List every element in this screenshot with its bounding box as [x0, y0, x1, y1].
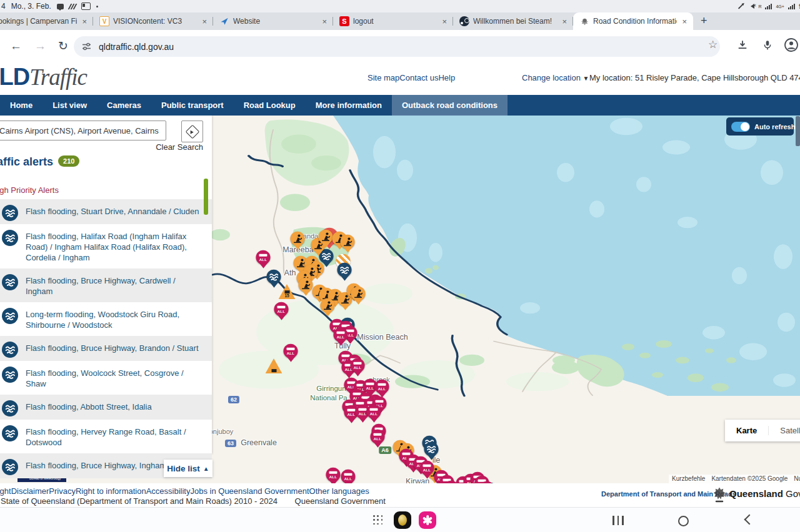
nav-item[interactable]: Home	[0, 95, 42, 116]
flood-alert-icon	[2, 274, 18, 290]
directions-button[interactable]	[181, 121, 203, 142]
tab-road-conditions-active[interactable]: Road Condition Information ×	[573, 12, 693, 30]
profile-avatar-icon[interactable]	[784, 37, 799, 52]
forward-button[interactable]: →	[34, 39, 46, 54]
nav-item[interactable]: More information	[306, 95, 392, 116]
nav-item[interactable]: Cameras	[97, 95, 151, 116]
alert-list-item[interactable]: Long-term flooding, Ayr Dalbeg Road / Hi…	[0, 478, 212, 483]
alert-list-item[interactable]: Flash flooding, Stuart Drive, Annandale …	[0, 199, 212, 224]
map-marker[interactable]: ALL ★	[341, 235, 355, 249]
road-closed-icon	[376, 400, 384, 402]
map-marker[interactable]: ALL ★	[291, 232, 305, 246]
map-marker[interactable]: ALL ★	[256, 250, 271, 265]
map-marker[interactable]: ALL ★ 15	[279, 284, 296, 299]
alert-list-item[interactable]: Flash flooding, Bruce Highway, Cardwell …	[0, 268, 212, 302]
attribution-item[interactable]: Kartendaten ©2025 Google	[708, 475, 791, 483]
close-tab-icon[interactable]: ×	[201, 17, 208, 26]
back-button[interactable]: ←	[10, 39, 22, 54]
map-marker[interactable]: ALL ★	[367, 405, 381, 419]
page-scrollbar-thumb[interactable]	[796, 116, 800, 146]
tab-logout[interactable]: S logout ×	[333, 12, 453, 30]
change-location-button[interactable]: Change location ▼	[522, 73, 589, 82]
tab-website[interactable]: Website ×	[213, 12, 333, 30]
tab-steam[interactable]: Willkommen bei Steam! ×	[453, 12, 573, 30]
address-bar[interactable]: qldtraffic.qld.gov.au	[74, 36, 720, 57]
footer-gov-link[interactable]: Queensland Government	[295, 496, 386, 506]
map-marker[interactable]: ALL ★	[284, 344, 298, 358]
marker-balloon: ALL ★	[334, 328, 348, 342]
alert-list-scrollbar[interactable]	[204, 179, 208, 215]
back-nav-button[interactable]	[744, 515, 755, 525]
header-link[interactable]: Site map	[368, 73, 399, 82]
tab-bookings[interactable]: Bookings | Campervan Finder ×	[0, 12, 93, 30]
apps-grid-icon[interactable]	[373, 515, 383, 525]
map-marker[interactable]: ALL ★	[326, 468, 341, 482]
visioncontent-favicon: V	[99, 16, 109, 26]
attribution-item[interactable]: Nutzungsbedingungen	[791, 475, 800, 483]
map-marker[interactable]: ALL ★	[321, 298, 335, 313]
alert-list-item[interactable]: Flash flooding, Woolcock Street, Cosgrov…	[0, 361, 212, 395]
alert-list-item[interactable]: Long-term flooding, Woodstock Giru Road,…	[0, 302, 212, 336]
nav-item[interactable]: Road Lookup	[234, 95, 306, 116]
alert-list-item[interactable]: Flash flooding, Halifax Road (Ingham Hal…	[0, 224, 212, 268]
map-type-satellite-button[interactable]: Satellit	[768, 426, 800, 435]
header-link[interactable]: Contact us	[399, 73, 438, 82]
map-marker[interactable]: ALL ★	[420, 461, 434, 475]
map-marker[interactable]: ALL ★	[375, 380, 389, 394]
alert-list-item[interactable]: Flash flooding, Abbott Street, Idalia	[0, 395, 212, 420]
footer-link[interactable]: Right to information	[76, 486, 146, 496]
footer-link[interactable]: Copyright	[0, 486, 11, 496]
alert-list-item[interactable]: Flash flooding, Hervey Range Road, Basal…	[0, 420, 212, 453]
map-marker[interactable]: ALL ★	[266, 358, 282, 373]
close-tab-icon[interactable]: ×	[321, 17, 328, 26]
map-marker[interactable]: ALL ★	[341, 470, 356, 483]
microphone-icon[interactable]	[762, 40, 772, 50]
footer-link[interactable]: Other languages	[309, 486, 369, 496]
reload-button[interactable]: ↻	[58, 39, 68, 54]
close-tab-icon[interactable]: ×	[441, 17, 448, 26]
map-marker[interactable]: ALL ★	[424, 442, 439, 456]
close-tab-icon[interactable]: ×	[81, 17, 88, 26]
new-tab-button[interactable]: +	[701, 14, 708, 27]
app-icon-flower[interactable]	[419, 511, 436, 529]
footer-link[interactable]: Privacy	[49, 486, 76, 496]
hide-list-button[interactable]: Hide list▲	[164, 460, 212, 477]
map-marker[interactable]: ALL ★	[319, 230, 333, 244]
map-marker[interactable]: ALL ★	[334, 328, 348, 342]
close-tab-icon[interactable]: ×	[681, 17, 688, 26]
toggle-track[interactable]	[731, 122, 750, 132]
site-settings-icon[interactable]	[82, 42, 91, 51]
download-icon[interactable]	[738, 40, 748, 50]
map-marker[interactable]: ALL ★	[267, 270, 281, 284]
attribution-item[interactable]: Kurzbefehle	[669, 475, 708, 483]
tab-visioncontent[interactable]: V VISIONcontent: VC3 ×	[93, 12, 213, 30]
footer-link[interactable]: Jobs in Queensland Government	[190, 486, 309, 496]
map-marker[interactable]: ALL ★	[338, 263, 352, 277]
bookmark-star-icon[interactable]: ☆	[708, 38, 718, 51]
home-button[interactable]	[678, 516, 689, 526]
clear-search-link[interactable]: Clear Search	[156, 142, 203, 152]
map-type-karte-button[interactable]: Karte	[725, 426, 768, 435]
url-text[interactable]: qldtraffic.qld.gov.au	[99, 42, 174, 52]
location-search-input[interactable]	[0, 121, 166, 140]
close-tab-icon[interactable]: ×	[561, 17, 568, 26]
footer-link[interactable]: Disclaimer	[11, 486, 49, 496]
map-marker[interactable]: ALL ★	[371, 430, 385, 444]
map-marker[interactable]: ALL ★	[351, 358, 365, 373]
map-marker[interactable]: ALL ★	[299, 278, 313, 292]
map-area[interactable]: andaMareebaAthMission BeachTullynbrookGi…	[0, 116, 800, 483]
closed-all-label: ALL	[259, 257, 268, 261]
recents-button[interactable]	[612, 516, 624, 525]
alert-list-item[interactable]: Flash flooding, Bruce Highway, Brandon /…	[0, 336, 212, 361]
marker-balloon: ALL ★	[420, 461, 434, 475]
roadworks-icon	[343, 237, 352, 247]
app-icon-gold[interactable]	[394, 511, 411, 529]
header-link[interactable]: Help	[438, 73, 455, 82]
map-marker[interactable]: ALL ★	[274, 302, 289, 317]
nav-item[interactable]: Public transport	[151, 95, 234, 116]
auto-refresh-toggle[interactable]: Auto refresh	[726, 117, 794, 135]
nav-item[interactable]: List view	[42, 95, 97, 116]
map-marker[interactable]: ALL ★	[351, 287, 366, 301]
nav-item[interactable]: Outback road conditions	[392, 95, 508, 116]
footer-link[interactable]: Accessibility	[146, 486, 191, 496]
